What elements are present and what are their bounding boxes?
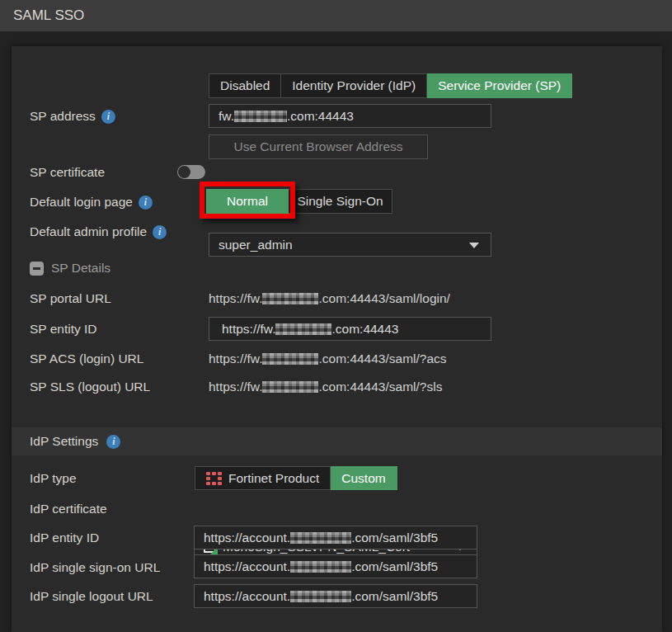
mode-option-idp[interactable]: Identity Provider (IdP) xyxy=(281,73,427,98)
sp-address-value-prefix: fw. xyxy=(219,109,234,124)
default-admin-profile-value: super_admin xyxy=(219,238,293,252)
mode-option-disabled[interactable]: Disabled xyxy=(209,73,281,98)
idp-type-label: IdP type xyxy=(30,471,77,486)
mode-option-sp[interactable]: Service Provider (SP) xyxy=(427,73,572,98)
sp-certificate-label: SP certificate xyxy=(30,165,105,180)
idp-certificate-label-text: IdP certificate xyxy=(30,502,107,516)
idp-slo-url-input[interactable]: https://account..com/saml/3bf5 xyxy=(194,584,477,608)
url-prefix: https://fw. xyxy=(209,351,262,366)
idp-type-option-fortinet[interactable]: Fortinet Product xyxy=(195,466,331,490)
sp-portal-url-value: https://fw..com:44443/saml/login/ xyxy=(209,291,450,306)
chevron-down-icon xyxy=(469,243,479,248)
sp-details-header-text: SP Details xyxy=(51,261,110,276)
redacted-hostname xyxy=(290,591,351,602)
default-admin-profile-label: Default admin profile i xyxy=(30,224,167,239)
idp-entity-id-label-text: IdP entity ID xyxy=(30,531,99,545)
idp-type-option-custom[interactable]: Custom xyxy=(331,466,397,490)
idp-slo-url-label: IdP single logout URL xyxy=(30,589,153,604)
idp-settings-header-text: IdP Settings xyxy=(30,434,98,449)
sp-entity-id-input[interactable]: https://fw..com:44443 xyxy=(209,317,491,341)
idp-settings-section-header: IdP Settings i xyxy=(12,427,662,455)
use-current-browser-address-button[interactable]: Use Current Browser Address xyxy=(209,134,428,159)
url-prefix: https://account. xyxy=(204,559,290,574)
url-prefix: https://fw. xyxy=(209,380,262,394)
sp-address-label: SP address i xyxy=(30,109,115,124)
collapse-minus-icon[interactable] xyxy=(30,262,44,276)
url-suffix: .com:44443/saml/?sls xyxy=(318,380,442,394)
default-login-page-segmented-control: Normal Single Sign-On xyxy=(206,189,392,214)
redacted-hostname xyxy=(234,111,287,122)
login-page-option-sso[interactable]: Single Sign-On xyxy=(289,189,392,214)
redacted-hostname xyxy=(262,293,318,304)
sp-sls-url-label: SP SLS (logout) URL xyxy=(30,380,150,394)
info-icon[interactable]: i xyxy=(106,435,120,449)
page-title: SAML SSO xyxy=(13,7,84,24)
sp-address-value-suffix: .com:44443 xyxy=(287,109,354,124)
sp-address-input[interactable]: fw..com:44443 xyxy=(209,104,491,128)
url-prefix: https://fw. xyxy=(222,322,275,337)
sp-sls-url-value: https://fw..com:44443/saml/?sls xyxy=(209,380,442,394)
info-icon[interactable]: i xyxy=(101,110,115,124)
sp-details-header: SP Details xyxy=(30,261,110,276)
redacted-hostname xyxy=(262,381,318,393)
sp-acs-url-label-text: SP ACS (login) URL xyxy=(30,351,143,366)
toggle-knob xyxy=(178,166,190,178)
idp-sso-url-input[interactable]: https://account..com/saml/3bf5 xyxy=(194,554,477,578)
idp-entity-id-input[interactable]: https://account..com/saml/3bf5 xyxy=(194,526,477,549)
idp-type-option-label: Fortinet Product xyxy=(228,471,319,486)
redacted-hostname xyxy=(290,561,351,573)
idp-sso-url-label: IdP single sign-on URL xyxy=(30,560,160,575)
url-suffix: .com/saml/3bf5 xyxy=(351,559,438,574)
idp-type-segmented-control: Fortinet Product Custom xyxy=(195,466,397,490)
idp-sso-url-label-text: IdP single sign-on URL xyxy=(30,560,160,575)
sp-portal-url-label-text: SP portal URL xyxy=(30,291,111,306)
redacted-hostname xyxy=(262,353,318,365)
idp-entity-id-label: IdP entity ID xyxy=(30,531,99,545)
info-icon[interactable]: i xyxy=(153,225,167,239)
default-login-page-label-text: Default login page xyxy=(30,195,133,210)
sp-entity-id-label: SP entity ID xyxy=(30,322,97,337)
url-suffix: .com:44443/saml/?acs xyxy=(318,351,446,366)
default-admin-profile-label-text: Default admin profile xyxy=(30,224,147,239)
sp-acs-url-label: SP ACS (login) URL xyxy=(30,351,143,366)
info-icon[interactable]: i xyxy=(139,196,153,210)
sp-acs-url-value: https://fw..com:44443/saml/?acs xyxy=(209,351,447,366)
sp-certificate-label-text: SP certificate xyxy=(30,165,105,180)
sp-portal-url-label: SP portal URL xyxy=(30,291,111,306)
url-suffix: .com/saml/3bf5 xyxy=(351,589,438,604)
idp-type-label-text: IdP type xyxy=(30,471,77,486)
url-suffix: .com/saml/3bf5 xyxy=(351,531,438,545)
url-suffix: .com:44443/saml/login/ xyxy=(318,291,449,306)
sp-entity-id-label-text: SP entity ID xyxy=(30,322,97,337)
redacted-hostname xyxy=(290,532,351,544)
url-prefix: https://account. xyxy=(204,589,290,604)
default-admin-profile-select[interactable]: super_admin xyxy=(209,233,491,257)
idp-slo-url-label-text: IdP single logout URL xyxy=(30,589,153,604)
idp-certificate-label: IdP certificate xyxy=(30,502,107,516)
default-login-page-label: Default login page i xyxy=(30,195,153,210)
fortinet-logo-icon xyxy=(206,472,222,485)
login-page-option-normal[interactable]: Normal xyxy=(206,189,289,214)
mode-segmented-control: Disabled Identity Provider (IdP) Service… xyxy=(209,73,572,98)
url-prefix: https://fw. xyxy=(209,291,262,306)
sp-sls-url-label-text: SP SLS (logout) URL xyxy=(30,380,150,394)
url-suffix: .com:44443 xyxy=(331,322,398,337)
sp-address-label-text: SP address xyxy=(30,109,96,124)
sp-certificate-toggle[interactable] xyxy=(177,165,205,179)
url-prefix: https://account. xyxy=(204,531,290,545)
redacted-hostname xyxy=(275,323,331,335)
page-titlebar: SAML SSO xyxy=(0,0,672,31)
